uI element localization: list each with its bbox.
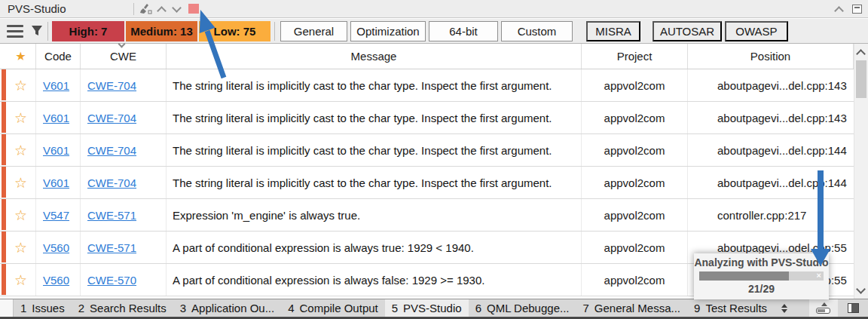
group-general-button[interactable]: General bbox=[280, 21, 347, 41]
tab-general-messages[interactable]: 7General Messa... bbox=[576, 299, 687, 317]
cwe-cell: CWE-704 bbox=[81, 69, 167, 101]
group-custom-button[interactable]: Custom bbox=[501, 21, 573, 41]
message-cell: A part of conditional expression is alwa… bbox=[167, 264, 582, 296]
table-row[interactable]: ☆ V601 CWE-704 The string literal is imp… bbox=[0, 167, 854, 199]
tab-qml-debugger[interactable]: 6QML Debugge... bbox=[469, 299, 576, 317]
cwe-link[interactable]: CWE-571 bbox=[87, 209, 136, 222]
table-row[interactable]: ☆ V601 CWE-704 The string literal is imp… bbox=[0, 134, 854, 167]
project-cell: appvol2com bbox=[582, 232, 688, 263]
favorite-toggle[interactable]: ☆ bbox=[6, 167, 36, 198]
project-cell: appvol2com bbox=[582, 69, 688, 101]
favorite-toggle[interactable]: ☆ bbox=[6, 134, 36, 166]
cwe-link[interactable]: CWE-704 bbox=[87, 79, 136, 92]
severity-marker bbox=[0, 102, 6, 133]
position-cell: aboutpagevi...del.cpp:143 bbox=[688, 102, 854, 133]
star-outline-icon: ☆ bbox=[14, 271, 27, 289]
tab-pvs-studio[interactable]: 5PVS-Studio bbox=[385, 299, 469, 317]
progress-popup-title: Analyzing with PVS-Studio bbox=[694, 256, 829, 268]
standard-autosar-button[interactable]: AUTOSAR bbox=[653, 21, 722, 41]
cwe-link[interactable]: CWE-704 bbox=[87, 176, 136, 189]
tab-compile-output[interactable]: 4Compile Output bbox=[281, 299, 385, 317]
cwe-link[interactable]: CWE-571 bbox=[87, 241, 136, 254]
table-row[interactable]: ☆ V547 CWE-571 Expression 'm_engine' is … bbox=[0, 199, 854, 232]
progress-bar: × bbox=[699, 271, 824, 281]
favorite-toggle[interactable]: ☆ bbox=[6, 69, 36, 101]
tab-search-results[interactable]: 2Search Results bbox=[72, 299, 173, 317]
severity-marker bbox=[0, 199, 6, 231]
vertical-scrollbar[interactable] bbox=[854, 44, 868, 299]
tab-application-output[interactable]: 3Application Ou... bbox=[173, 299, 281, 317]
output-pane-corner bbox=[0, 299, 14, 317]
pane-selector-icon[interactable] bbox=[774, 299, 795, 317]
project-column-header[interactable]: Project bbox=[582, 44, 688, 69]
tab-test-results[interactable]: 9Test Results bbox=[687, 299, 774, 317]
standard-misra-button[interactable]: MISRA bbox=[586, 21, 640, 41]
toolbar-separator bbox=[274, 22, 275, 41]
clean-output-icon[interactable] bbox=[139, 3, 152, 15]
scroll-down-icon[interactable] bbox=[856, 284, 866, 294]
cwe-link[interactable]: CWE-570 bbox=[87, 274, 136, 287]
progress-counter: 21/29 bbox=[694, 283, 829, 295]
group-64bit-button[interactable]: 64-bit bbox=[429, 21, 498, 41]
tab-issues[interactable]: 1Issues bbox=[14, 299, 72, 317]
cwe-column-header[interactable]: CWE bbox=[81, 44, 167, 69]
code-link[interactable]: V560 bbox=[43, 241, 69, 254]
previous-item-icon[interactable] bbox=[157, 6, 167, 16]
cwe-cell: CWE-704 bbox=[81, 134, 167, 166]
project-cell: appvol2com bbox=[582, 134, 688, 166]
severity-medium-button[interactable]: Medium: 13 bbox=[126, 21, 197, 41]
table-row[interactable]: ☆ V601 CWE-704 The string literal is imp… bbox=[0, 69, 854, 102]
favorites-column-header[interactable]: ★ bbox=[6, 44, 36, 69]
project-cell: appvol2com bbox=[582, 102, 688, 133]
scroll-up-icon[interactable] bbox=[856, 49, 866, 59]
cwe-cell: CWE-704 bbox=[81, 167, 167, 198]
severity-marker bbox=[0, 232, 6, 263]
table-row[interactable]: ☆ V601 CWE-704 The string literal is imp… bbox=[0, 102, 854, 134]
star-icon: ★ bbox=[15, 49, 26, 63]
cancel-analysis-icon[interactable]: × bbox=[817, 271, 821, 280]
position-column-header[interactable]: Position bbox=[688, 44, 854, 69]
standard-owasp-button[interactable]: OWASP bbox=[725, 21, 788, 41]
favorite-toggle[interactable]: ☆ bbox=[6, 264, 36, 296]
cwe-link[interactable]: CWE-704 bbox=[87, 144, 136, 157]
toolbar-separator bbox=[47, 22, 48, 41]
header-strip-cell bbox=[0, 44, 6, 69]
code-link[interactable]: V601 bbox=[43, 176, 69, 189]
severity-marker bbox=[0, 134, 6, 166]
next-item-icon[interactable] bbox=[172, 3, 182, 13]
progress-details-toggle-icon[interactable] bbox=[809, 299, 838, 317]
code-link[interactable]: V601 bbox=[43, 79, 69, 92]
progress-fill bbox=[699, 271, 789, 281]
cwe-cell: CWE-570 bbox=[81, 264, 167, 296]
maximize-pane-icon[interactable] bbox=[834, 6, 844, 16]
severity-high-button[interactable]: High: 7 bbox=[52, 21, 124, 41]
close-pane-icon[interactable] bbox=[852, 5, 862, 14]
pane-title: PVS-Studio bbox=[8, 2, 66, 15]
favorite-toggle[interactable]: ☆ bbox=[6, 199, 36, 231]
favorite-toggle[interactable]: ☆ bbox=[6, 232, 36, 263]
code-column-header[interactable]: Code bbox=[36, 44, 81, 69]
right-panel-toggle-icon[interactable] bbox=[838, 299, 868, 317]
message-cell: Expression 'm_engine' is always true. bbox=[167, 199, 582, 231]
message-cell: A part of conditional expression is alwa… bbox=[167, 232, 582, 263]
scrollbar-thumb[interactable] bbox=[856, 60, 866, 98]
favorite-toggle[interactable]: ☆ bbox=[6, 102, 36, 133]
menu-icon[interactable] bbox=[7, 25, 23, 38]
titlebar-separator bbox=[133, 3, 134, 15]
code-cell: V601 bbox=[36, 102, 81, 133]
code-link[interactable]: V601 bbox=[43, 112, 69, 124]
cwe-link[interactable]: CWE-704 bbox=[87, 112, 136, 124]
filter-icon[interactable] bbox=[30, 24, 44, 38]
stop-analysis-icon[interactable] bbox=[188, 4, 199, 14]
message-cell: The string literal is implicitly cast to… bbox=[167, 69, 582, 101]
pane-titlebar: PVS-Studio bbox=[0, 0, 868, 18]
severity-low-button[interactable]: Low: 75 bbox=[199, 21, 270, 41]
star-outline-icon: ☆ bbox=[14, 174, 27, 192]
code-link[interactable]: V547 bbox=[43, 209, 69, 222]
code-link[interactable]: V560 bbox=[43, 274, 69, 287]
analysis-progress-popup: Analyzing with PVS-Studio × 21/29 bbox=[694, 253, 829, 299]
message-column-header[interactable]: Message bbox=[167, 44, 582, 69]
group-optimization-button[interactable]: Optimization bbox=[350, 21, 426, 41]
code-link[interactable]: V601 bbox=[43, 144, 69, 157]
star-outline-icon: ☆ bbox=[14, 77, 27, 94]
